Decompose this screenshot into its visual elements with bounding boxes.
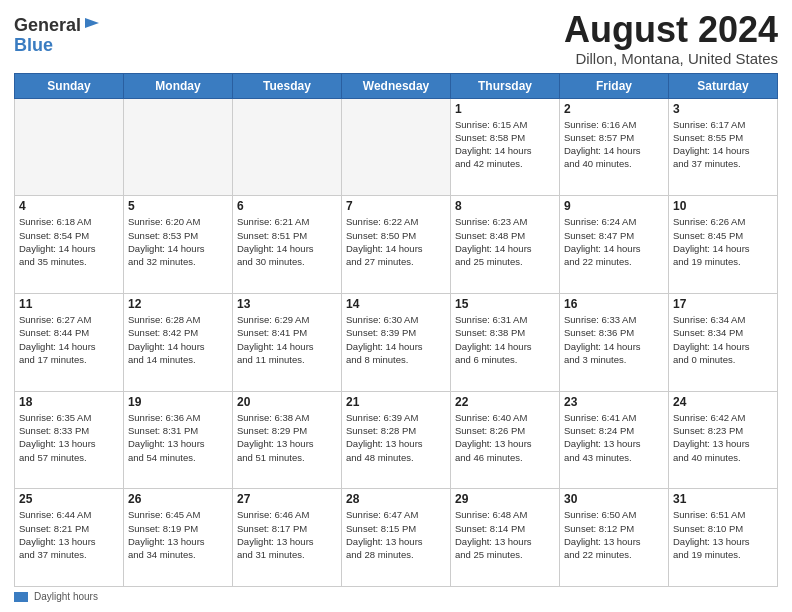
day-info: Sunrise: 6:17 AM Sunset: 8:55 PM Dayligh… [673, 118, 773, 171]
day-info: Sunrise: 6:51 AM Sunset: 8:10 PM Dayligh… [673, 508, 773, 561]
day-info: Sunrise: 6:24 AM Sunset: 8:47 PM Dayligh… [564, 215, 664, 268]
calendar-header-friday: Friday [560, 73, 669, 98]
calendar-cell: 15Sunrise: 6:31 AM Sunset: 8:38 PM Dayli… [451, 293, 560, 391]
day-info: Sunrise: 6:27 AM Sunset: 8:44 PM Dayligh… [19, 313, 119, 366]
day-number: 10 [673, 199, 773, 213]
day-info: Sunrise: 6:35 AM Sunset: 8:33 PM Dayligh… [19, 411, 119, 464]
day-info: Sunrise: 6:42 AM Sunset: 8:23 PM Dayligh… [673, 411, 773, 464]
calendar-cell: 22Sunrise: 6:40 AM Sunset: 8:26 PM Dayli… [451, 391, 560, 489]
day-number: 12 [128, 297, 228, 311]
day-info: Sunrise: 6:30 AM Sunset: 8:39 PM Dayligh… [346, 313, 446, 366]
day-number: 2 [564, 102, 664, 116]
calendar-cell: 20Sunrise: 6:38 AM Sunset: 8:29 PM Dayli… [233, 391, 342, 489]
day-number: 14 [346, 297, 446, 311]
day-number: 15 [455, 297, 555, 311]
footer-label: Daylight hours [34, 591, 98, 602]
calendar-cell [15, 98, 124, 196]
calendar-cell: 11Sunrise: 6:27 AM Sunset: 8:44 PM Dayli… [15, 293, 124, 391]
day-number: 25 [19, 492, 119, 506]
day-info: Sunrise: 6:45 AM Sunset: 8:19 PM Dayligh… [128, 508, 228, 561]
day-info: Sunrise: 6:20 AM Sunset: 8:53 PM Dayligh… [128, 215, 228, 268]
day-info: Sunrise: 6:15 AM Sunset: 8:58 PM Dayligh… [455, 118, 555, 171]
calendar-header-wednesday: Wednesday [342, 73, 451, 98]
day-number: 8 [455, 199, 555, 213]
calendar-week-row: 25Sunrise: 6:44 AM Sunset: 8:21 PM Dayli… [15, 489, 778, 587]
day-info: Sunrise: 6:22 AM Sunset: 8:50 PM Dayligh… [346, 215, 446, 268]
calendar-cell: 14Sunrise: 6:30 AM Sunset: 8:39 PM Dayli… [342, 293, 451, 391]
day-info: Sunrise: 6:18 AM Sunset: 8:54 PM Dayligh… [19, 215, 119, 268]
day-number: 23 [564, 395, 664, 409]
day-number: 11 [19, 297, 119, 311]
day-info: Sunrise: 6:36 AM Sunset: 8:31 PM Dayligh… [128, 411, 228, 464]
day-number: 16 [564, 297, 664, 311]
calendar-cell: 26Sunrise: 6:45 AM Sunset: 8:19 PM Dayli… [124, 489, 233, 587]
day-number: 6 [237, 199, 337, 213]
calendar-cell: 27Sunrise: 6:46 AM Sunset: 8:17 PM Dayli… [233, 489, 342, 587]
day-info: Sunrise: 6:44 AM Sunset: 8:21 PM Dayligh… [19, 508, 119, 561]
day-number: 29 [455, 492, 555, 506]
day-number: 27 [237, 492, 337, 506]
calendar-week-row: 11Sunrise: 6:27 AM Sunset: 8:44 PM Dayli… [15, 293, 778, 391]
day-info: Sunrise: 6:16 AM Sunset: 8:57 PM Dayligh… [564, 118, 664, 171]
day-number: 22 [455, 395, 555, 409]
day-info: Sunrise: 6:46 AM Sunset: 8:17 PM Dayligh… [237, 508, 337, 561]
day-info: Sunrise: 6:34 AM Sunset: 8:34 PM Dayligh… [673, 313, 773, 366]
day-number: 5 [128, 199, 228, 213]
day-number: 9 [564, 199, 664, 213]
title-location: Dillon, Montana, United States [564, 50, 778, 67]
day-number: 1 [455, 102, 555, 116]
calendar-week-row: 18Sunrise: 6:35 AM Sunset: 8:33 PM Dayli… [15, 391, 778, 489]
calendar-cell: 31Sunrise: 6:51 AM Sunset: 8:10 PM Dayli… [669, 489, 778, 587]
day-info: Sunrise: 6:31 AM Sunset: 8:38 PM Dayligh… [455, 313, 555, 366]
calendar-cell: 19Sunrise: 6:36 AM Sunset: 8:31 PM Dayli… [124, 391, 233, 489]
day-number: 13 [237, 297, 337, 311]
calendar-cell: 29Sunrise: 6:48 AM Sunset: 8:14 PM Dayli… [451, 489, 560, 587]
calendar-week-row: 1Sunrise: 6:15 AM Sunset: 8:58 PM Daylig… [15, 98, 778, 196]
calendar-cell: 10Sunrise: 6:26 AM Sunset: 8:45 PM Dayli… [669, 196, 778, 294]
day-number: 24 [673, 395, 773, 409]
calendar-header-thursday: Thursday [451, 73, 560, 98]
footer-color-box [14, 592, 28, 602]
calendar-cell: 2Sunrise: 6:16 AM Sunset: 8:57 PM Daylig… [560, 98, 669, 196]
day-info: Sunrise: 6:40 AM Sunset: 8:26 PM Dayligh… [455, 411, 555, 464]
calendar-cell: 13Sunrise: 6:29 AM Sunset: 8:41 PM Dayli… [233, 293, 342, 391]
calendar-cell [342, 98, 451, 196]
day-info: Sunrise: 6:29 AM Sunset: 8:41 PM Dayligh… [237, 313, 337, 366]
day-info: Sunrise: 6:47 AM Sunset: 8:15 PM Dayligh… [346, 508, 446, 561]
calendar-cell: 18Sunrise: 6:35 AM Sunset: 8:33 PM Dayli… [15, 391, 124, 489]
calendar-cell: 25Sunrise: 6:44 AM Sunset: 8:21 PM Dayli… [15, 489, 124, 587]
calendar-cell: 12Sunrise: 6:28 AM Sunset: 8:42 PM Dayli… [124, 293, 233, 391]
calendar-week-row: 4Sunrise: 6:18 AM Sunset: 8:54 PM Daylig… [15, 196, 778, 294]
calendar-cell: 1Sunrise: 6:15 AM Sunset: 8:58 PM Daylig… [451, 98, 560, 196]
logo-blue: Blue [14, 35, 53, 55]
day-info: Sunrise: 6:50 AM Sunset: 8:12 PM Dayligh… [564, 508, 664, 561]
calendar-header-saturday: Saturday [669, 73, 778, 98]
day-number: 19 [128, 395, 228, 409]
day-number: 3 [673, 102, 773, 116]
calendar-cell: 17Sunrise: 6:34 AM Sunset: 8:34 PM Dayli… [669, 293, 778, 391]
calendar-cell: 28Sunrise: 6:47 AM Sunset: 8:15 PM Dayli… [342, 489, 451, 587]
day-number: 7 [346, 199, 446, 213]
day-info: Sunrise: 6:26 AM Sunset: 8:45 PM Dayligh… [673, 215, 773, 268]
day-number: 18 [19, 395, 119, 409]
calendar-table: SundayMondayTuesdayWednesdayThursdayFrid… [14, 73, 778, 587]
svg-marker-0 [85, 18, 99, 28]
day-number: 20 [237, 395, 337, 409]
day-info: Sunrise: 6:48 AM Sunset: 8:14 PM Dayligh… [455, 508, 555, 561]
day-number: 4 [19, 199, 119, 213]
day-info: Sunrise: 6:38 AM Sunset: 8:29 PM Dayligh… [237, 411, 337, 464]
page: General Blue August 2024 Dillon, Montana… [0, 0, 792, 612]
day-info: Sunrise: 6:28 AM Sunset: 8:42 PM Dayligh… [128, 313, 228, 366]
day-info: Sunrise: 6:33 AM Sunset: 8:36 PM Dayligh… [564, 313, 664, 366]
calendar-cell: 7Sunrise: 6:22 AM Sunset: 8:50 PM Daylig… [342, 196, 451, 294]
calendar-cell [233, 98, 342, 196]
day-number: 26 [128, 492, 228, 506]
day-info: Sunrise: 6:41 AM Sunset: 8:24 PM Dayligh… [564, 411, 664, 464]
logo-icon [83, 14, 101, 32]
day-info: Sunrise: 6:39 AM Sunset: 8:28 PM Dayligh… [346, 411, 446, 464]
title-month: August 2024 [564, 10, 778, 50]
logo-general: General [14, 16, 81, 34]
calendar-cell: 4Sunrise: 6:18 AM Sunset: 8:54 PM Daylig… [15, 196, 124, 294]
calendar-cell [124, 98, 233, 196]
calendar-cell: 3Sunrise: 6:17 AM Sunset: 8:55 PM Daylig… [669, 98, 778, 196]
